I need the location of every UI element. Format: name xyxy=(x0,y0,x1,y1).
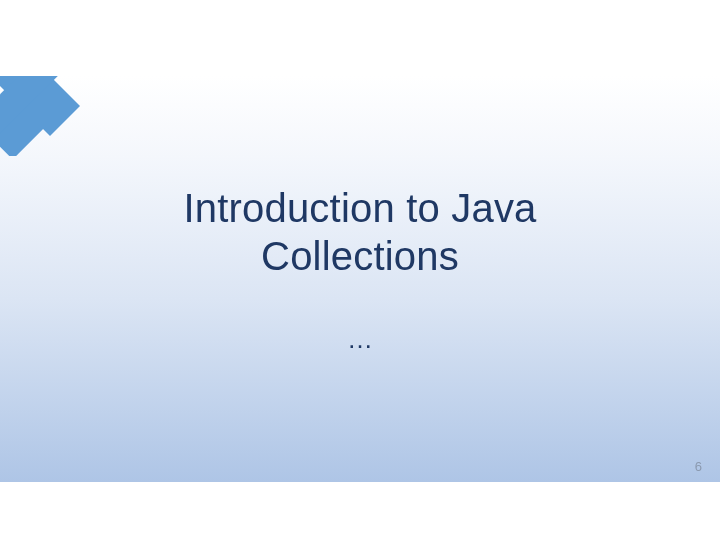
page-number: 6 xyxy=(695,459,702,474)
slide: Introduction to Java Collections … 6 xyxy=(0,76,720,482)
slide-title: Introduction to Java Collections xyxy=(80,184,640,280)
slide-subtitle: … xyxy=(347,324,373,355)
slide-content: Introduction to Java Collections … xyxy=(0,76,720,482)
